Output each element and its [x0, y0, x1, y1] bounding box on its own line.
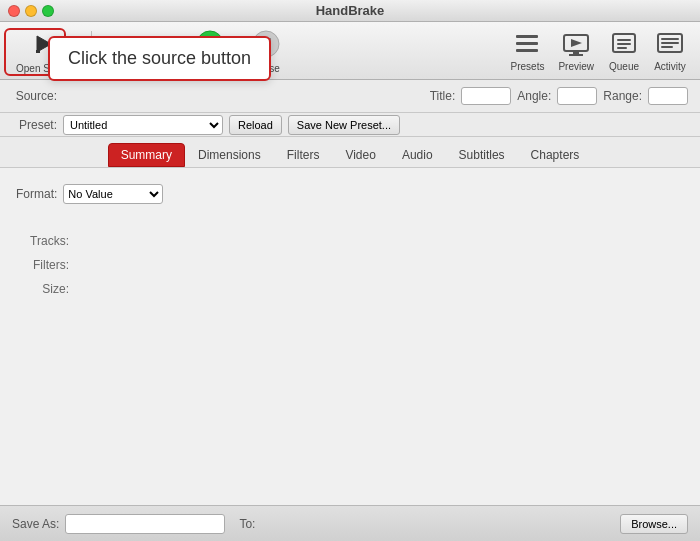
- browse-button[interactable]: Browse...: [620, 514, 688, 534]
- to-label: To:: [239, 517, 255, 531]
- main-body: Open Source + Add To Queue: [0, 22, 700, 541]
- svg-rect-24: [661, 38, 679, 40]
- source-label: Source:: [12, 89, 57, 103]
- source-row: Source: Title: Angle: Range:: [12, 84, 688, 108]
- size-row: Size:: [24, 282, 684, 296]
- svg-rect-12: [516, 35, 538, 38]
- presets-button[interactable]: Presets: [505, 26, 551, 76]
- svg-marker-18: [571, 39, 582, 47]
- svg-rect-14: [516, 49, 538, 52]
- preset-label: Preset:: [12, 118, 57, 132]
- size-label: Size:: [24, 282, 69, 296]
- tab-chapters[interactable]: Chapters: [518, 143, 593, 167]
- toolbar-right: Presets Preview: [505, 26, 692, 76]
- save-as-input[interactable]: [65, 514, 225, 534]
- preset-select[interactable]: Untitled: [63, 115, 223, 135]
- reload-button[interactable]: Reload: [229, 115, 282, 135]
- svg-rect-17: [569, 54, 583, 56]
- svg-rect-26: [661, 46, 673, 48]
- activity-label: Activity: [654, 61, 686, 72]
- presets-label: Presets: [511, 61, 545, 72]
- tabs-bar: Summary Dimensions Filters Video Audio S…: [0, 137, 700, 168]
- info-section: Tracks: Filters: Size:: [16, 234, 684, 296]
- title-spinner[interactable]: [461, 87, 511, 105]
- svg-rect-13: [516, 42, 538, 45]
- source-area: Source: Title: Angle: Range:: [0, 80, 700, 113]
- title-label: Title:: [430, 89, 456, 103]
- preview-label: Preview: [558, 61, 594, 72]
- close-button[interactable]: [8, 5, 20, 17]
- save-new-preset-button[interactable]: Save New Preset...: [288, 115, 400, 135]
- range-label: Range:: [603, 89, 642, 103]
- presets-icon: [513, 30, 541, 58]
- tracks-row: Tracks:: [24, 234, 684, 248]
- svg-rect-1: [36, 50, 40, 53]
- svg-rect-20: [617, 39, 631, 41]
- range-spinner[interactable]: [648, 87, 688, 105]
- queue-label: Queue: [609, 61, 639, 72]
- content-area: Format: No Value Tracks: Filters: Size:: [0, 168, 700, 541]
- tooltip-text: Click the source button: [68, 48, 251, 68]
- tab-summary[interactable]: Summary: [108, 143, 185, 167]
- preview-icon: [562, 30, 590, 58]
- source-tooltip: Click the source button: [48, 36, 271, 81]
- angle-label: Angle:: [517, 89, 551, 103]
- tab-dimensions[interactable]: Dimensions: [185, 143, 274, 167]
- activity-icon: [656, 30, 684, 58]
- tracks-label: Tracks:: [24, 234, 69, 248]
- tab-audio[interactable]: Audio: [389, 143, 446, 167]
- save-as-label: Save As:: [12, 517, 59, 531]
- format-label: Format:: [16, 187, 57, 201]
- title-bar: HandBrake: [0, 0, 700, 22]
- filters-label: Filters:: [24, 258, 69, 272]
- queue-button[interactable]: Queue: [602, 26, 646, 76]
- angle-spinner[interactable]: [557, 87, 597, 105]
- svg-rect-16: [573, 51, 579, 54]
- filters-row: Filters:: [24, 258, 684, 272]
- format-select[interactable]: No Value: [63, 184, 163, 204]
- format-row: Format: No Value: [16, 184, 684, 204]
- activity-button[interactable]: Activity: [648, 26, 692, 76]
- bottom-bar: Save As: To: Browse...: [0, 505, 700, 541]
- minimize-button[interactable]: [25, 5, 37, 17]
- tab-video[interactable]: Video: [332, 143, 388, 167]
- svg-rect-21: [617, 43, 631, 45]
- traffic-lights: [8, 5, 54, 17]
- tab-subtitles[interactable]: Subtitles: [446, 143, 518, 167]
- svg-rect-22: [617, 47, 627, 49]
- preview-button[interactable]: Preview: [552, 26, 600, 76]
- tab-filters[interactable]: Filters: [274, 143, 333, 167]
- preset-row: Preset: Untitled Reload Save New Preset.…: [0, 113, 700, 137]
- maximize-button[interactable]: [42, 5, 54, 17]
- toolbar: Open Source + Add To Queue: [0, 22, 700, 80]
- queue-icon: [610, 30, 638, 58]
- window-title: HandBrake: [316, 3, 385, 18]
- svg-rect-25: [661, 42, 679, 44]
